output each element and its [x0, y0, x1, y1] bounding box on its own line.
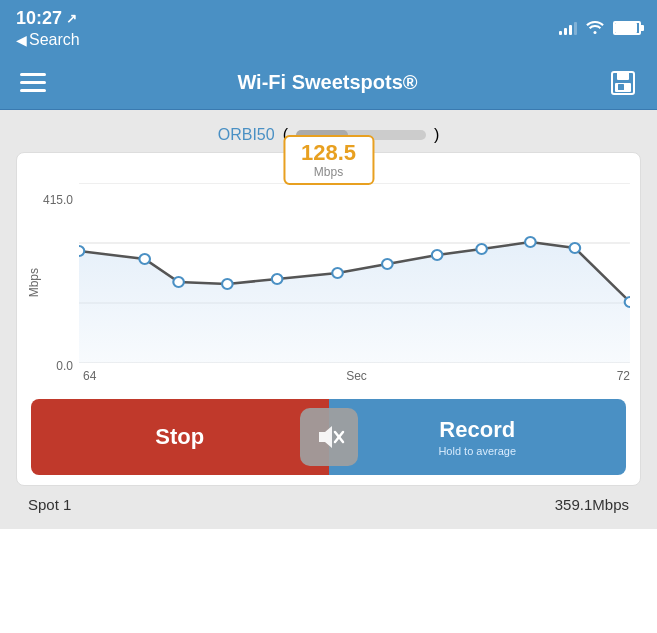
ssid-name: ORBI50 — [218, 126, 275, 144]
chart-svg: 64 Sec 72 — [79, 183, 630, 383]
record-button[interactable]: Record Hold to average — [329, 399, 627, 475]
back-search[interactable]: ◀ Search — [16, 31, 80, 49]
svg-point-17 — [476, 244, 487, 254]
svg-point-14 — [332, 268, 343, 278]
speed-reading: 359.1Mbps — [555, 496, 629, 513]
action-buttons: Stop Record Hold to average — [31, 399, 626, 475]
line-chart-svg — [79, 183, 630, 363]
svg-rect-3 — [618, 84, 624, 90]
main-content: ORBI50 ( ) 128.5 Mbps Mbps 415.0 0.0 — [0, 110, 657, 529]
mute-button[interactable] — [300, 408, 358, 466]
back-arrow-icon: ◀ — [16, 32, 27, 48]
svg-point-10 — [139, 254, 150, 264]
chart-area: Mbps 415.0 0.0 — [27, 183, 630, 383]
cellular-signal-icon — [559, 21, 577, 35]
svg-marker-8 — [79, 242, 630, 363]
x-axis: 64 Sec 72 — [79, 369, 630, 383]
ssid-paren-close: ) — [434, 126, 439, 144]
svg-point-12 — [222, 279, 233, 289]
x-center: Sec — [346, 369, 367, 383]
svg-point-15 — [382, 259, 393, 269]
y-min: 0.0 — [56, 359, 73, 373]
y-axis: 415.0 0.0 — [43, 193, 79, 373]
svg-point-19 — [570, 243, 581, 253]
svg-point-9 — [79, 246, 84, 256]
footer-bar: Spot 1 359.1Mbps — [12, 486, 645, 519]
speed-value: 128.5 — [301, 141, 356, 165]
mute-icon — [313, 421, 345, 453]
y-max: 415.0 — [43, 193, 73, 207]
search-label: Search — [29, 31, 80, 49]
record-label: Record — [439, 417, 515, 442]
time-display: 10:27 — [16, 8, 62, 29]
stop-button[interactable]: Stop — [31, 399, 329, 475]
status-left: 10:27 ↗ ◀ Search — [16, 8, 80, 49]
svg-point-16 — [432, 250, 443, 260]
y-axis-label: Mbps — [27, 268, 41, 297]
status-right — [559, 18, 641, 39]
svg-point-13 — [272, 274, 283, 284]
location-arrow: ↗ — [66, 11, 77, 26]
spot-label: Spot 1 — [28, 496, 71, 513]
y-axis-wrapper: Mbps 415.0 0.0 — [27, 183, 79, 383]
x-left: 64 — [83, 369, 96, 383]
wifi-icon — [585, 18, 605, 39]
status-time: 10:27 ↗ — [16, 8, 80, 29]
svg-point-18 — [525, 237, 536, 247]
svg-rect-1 — [617, 72, 629, 80]
save-button[interactable] — [605, 65, 641, 101]
svg-point-11 — [173, 277, 184, 287]
nav-bar: Wi-Fi Sweetspots® — [0, 56, 657, 110]
svg-point-20 — [625, 297, 630, 307]
app-title: Wi-Fi Sweetspots® — [237, 71, 417, 94]
hold-text: Hold to average — [329, 445, 627, 457]
status-bar: 10:27 ↗ ◀ Search — [0, 0, 657, 56]
speed-unit: Mbps — [301, 165, 356, 179]
battery-icon — [613, 21, 641, 35]
chart-container: 128.5 Mbps Mbps 415.0 0.0 — [16, 152, 641, 486]
x-right: 72 — [617, 369, 630, 383]
speed-badge: 128.5 Mbps — [283, 135, 374, 185]
svg-marker-21 — [319, 426, 332, 448]
hamburger-menu-button[interactable] — [16, 69, 50, 96]
